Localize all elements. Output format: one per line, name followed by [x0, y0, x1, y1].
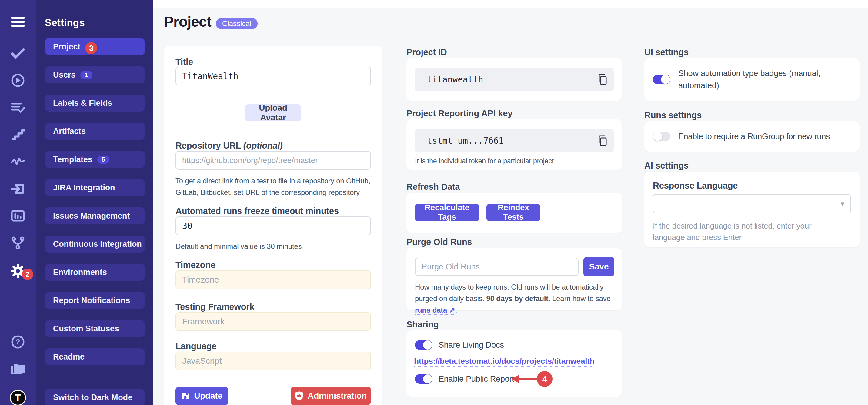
share-living-docs-label: Share Living Docs: [438, 339, 504, 351]
check-icon[interactable]: [10, 46, 25, 61]
sidebar-item-label: Labels & Fields: [53, 98, 112, 108]
sign-in-icon[interactable]: [10, 182, 25, 196]
living-docs-url-link[interactable]: https://beta.testomat.io/docs/projects/t…: [414, 356, 594, 367]
sidebar-item-label: Templates: [53, 155, 92, 164]
gear-badge: 2: [22, 269, 33, 280]
timezone-input[interactable]: [176, 271, 371, 289]
purge-old-runs-card: Save How many days to keep runs. Old run…: [406, 248, 622, 310]
users-count-badge: 1: [80, 71, 92, 79]
folders-icon[interactable]: [10, 361, 25, 376]
sidebar-item-label: Artifacts: [53, 127, 86, 136]
sharing-label: Sharing: [406, 319, 439, 330]
purge-save-button[interactable]: Save: [583, 257, 614, 277]
git-branch-icon[interactable]: [10, 236, 25, 250]
svg-text:?: ?: [16, 338, 20, 346]
templates-count-badge: 5: [97, 156, 110, 164]
sidebar-item-label: Readme: [53, 352, 85, 362]
freeze-timeout-help: Default and minimal value is 30 minutes: [176, 241, 372, 252]
run-list-icon[interactable]: [10, 100, 25, 115]
title-field-label: Title: [176, 57, 193, 67]
copy-icon[interactable]: [596, 73, 608, 86]
help-icon[interactable]: ?: [10, 335, 25, 349]
play-circle-icon[interactable]: [10, 73, 25, 88]
main-content: Project Classical Title Upload Avatar Re…: [153, 0, 868, 405]
sidebar-item-label: Report Notifications: [53, 296, 130, 305]
runs-settings-card: Enable to require a RunGroup for new run…: [644, 121, 860, 152]
sidebar-item-continuous-integration[interactable]: Continuous Integration: [45, 236, 145, 252]
sidebar-item-label: Users: [53, 70, 75, 80]
reindex-tests-button[interactable]: Reindex Tests: [487, 204, 540, 221]
sidebar-heading: Settings: [45, 17, 85, 29]
project-id-value: titanwealth: [427, 74, 483, 85]
testing-framework-input[interactable]: [176, 312, 371, 331]
page-title: Project: [164, 13, 211, 30]
bar-chart-icon[interactable]: [10, 209, 25, 223]
repository-url-input[interactable]: [176, 151, 371, 170]
sidebar-item-label: JIRA Integration: [53, 183, 115, 192]
sidebar-item-label: Issues Management: [53, 211, 130, 221]
require-rungroup-toggle[interactable]: [653, 131, 671, 141]
sharing-card: Share Living Docs https://beta.testomat.…: [406, 331, 622, 397]
timezone-label: Timezone: [176, 260, 216, 270]
save-floppy-icon: [181, 392, 190, 400]
api-key-label: Project Reporting API key: [406, 108, 513, 119]
ui-settings-label: UI settings: [644, 47, 689, 57]
api-key-box: tstmt_um...7661: [415, 129, 614, 153]
automation-badges-toggle[interactable]: [653, 74, 671, 84]
refresh-data-label: Refresh Data: [406, 182, 460, 192]
language-label: Language: [176, 341, 216, 351]
menu-icon[interactable]: [10, 14, 25, 29]
icon-rail: 2 ? T: [0, 0, 36, 405]
administration-button[interactable]: Administration: [291, 387, 371, 405]
shield-crown-icon: [295, 391, 303, 401]
project-id-card: titanwealth: [406, 58, 622, 101]
sidebar-item-label: Project: [53, 42, 80, 52]
external-link-icon: ↗: [449, 306, 455, 314]
project-form-card: Title Upload Avatar Repository URL (opti…: [164, 46, 382, 405]
sidebar-item-jira-integration[interactable]: JIRA Integration: [45, 179, 145, 196]
dark-mode-switch-item[interactable]: Switch to Dark Mode: [45, 389, 145, 405]
title-input[interactable]: [176, 67, 371, 86]
steps-icon[interactable]: [10, 127, 25, 142]
sidebar-item-report-notifications[interactable]: Report Notifications: [45, 292, 145, 309]
sidebar-item-users[interactable]: Users 1: [45, 66, 145, 83]
repository-url-label: Repository URL (optional): [176, 141, 283, 151]
sidebar-item-custom-statuses[interactable]: Custom Statuses: [45, 320, 145, 337]
runs-data-link[interactable]: runs data ↗: [415, 306, 455, 315]
update-button[interactable]: Update: [176, 387, 228, 405]
sidebar-item-templates[interactable]: Templates 5: [45, 151, 145, 168]
sidebar-item-artifacts[interactable]: Artifacts: [45, 123, 145, 140]
enable-public-report-label: Enable Public Report: [438, 373, 514, 385]
copy-icon[interactable]: [596, 134, 608, 147]
purge-help-bold: 90 days by default.: [487, 294, 550, 303]
purge-days-input[interactable]: [415, 258, 579, 276]
sidebar-item-readme[interactable]: Readme: [45, 348, 145, 365]
testomat-logo[interactable]: T: [10, 390, 26, 405]
repository-url-help: To get a direct link from a test to file…: [176, 175, 372, 198]
project-annotation-badge: 3: [85, 42, 97, 54]
language-input[interactable]: [176, 352, 371, 370]
share-living-docs-toggle[interactable]: [415, 340, 433, 350]
enable-public-report-toggle[interactable]: [415, 374, 433, 384]
ui-settings-card: Show automation type badges (manual, aut…: [644, 58, 860, 101]
refresh-data-card: Recalculate Tags Reindex Tests: [406, 193, 622, 233]
annotation-arrow-icon: [509, 372, 538, 385]
sidebar-item-environments[interactable]: Environments: [45, 264, 145, 281]
sidebar-item-label: Environments: [53, 268, 107, 277]
sidebar-item-issues-management[interactable]: Issues Management: [45, 207, 145, 224]
main-topbar: [153, 0, 868, 8]
sidebar-item-labels-fields[interactable]: Labels & Fields: [45, 95, 145, 112]
upload-avatar-button[interactable]: Upload Avatar: [245, 104, 301, 121]
automation-badges-label: Show automation type badges (manual, aut…: [678, 67, 836, 92]
sidebar-item-project[interactable]: Project 3: [45, 38, 145, 55]
pulse-icon[interactable]: [10, 154, 25, 169]
require-rungroup-label: Enable to require a RunGroup for new run…: [678, 130, 854, 143]
runs-settings-label: Runs settings: [644, 110, 702, 120]
api-key-value: tstmt_um...7661: [427, 136, 504, 146]
freeze-timeout-input[interactable]: [176, 216, 371, 235]
recalculate-tags-button[interactable]: Recalculate Tags: [415, 204, 479, 221]
response-language-select[interactable]: [653, 194, 851, 213]
purge-old-runs-label: Purge Old Runs: [406, 237, 472, 247]
optional-hint: (optional): [243, 141, 283, 150]
project-type-badge: Classical: [216, 18, 258, 29]
